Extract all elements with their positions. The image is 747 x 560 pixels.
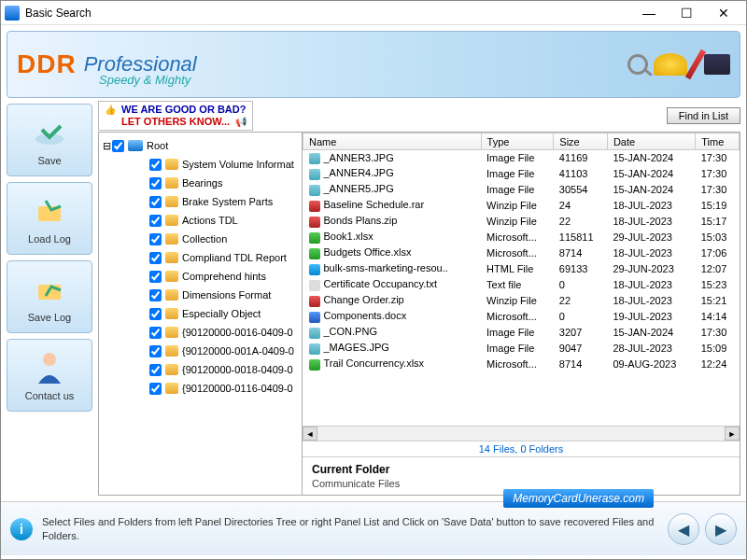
- feedback-line1: WE ARE GOOD OR BAD?: [121, 104, 246, 115]
- tree-checkbox[interactable]: [149, 159, 162, 171]
- contact-us-button[interactable]: Contact us: [7, 339, 92, 412]
- table-row[interactable]: Change Order.zipWinzip File2218-JUL-2023…: [303, 293, 740, 309]
- file-icon: [309, 328, 320, 339]
- tree-checkbox[interactable]: [149, 196, 162, 208]
- next-button[interactable]: ▶: [705, 513, 737, 545]
- tree-checkbox[interactable]: [149, 289, 162, 301]
- column-header[interactable]: Name: [303, 133, 482, 150]
- tree-checkbox[interactable]: [149, 327, 162, 339]
- minimize-button[interactable]: —: [630, 2, 668, 24]
- tree-item[interactable]: Compliand TDL Report: [103, 248, 298, 267]
- tree-item[interactable]: Dimensions Format: [103, 286, 298, 304]
- tree-checkbox[interactable]: [149, 177, 162, 189]
- tree-checkbox[interactable]: [149, 271, 162, 283]
- tree-item-label: Compliand TDL Report: [182, 252, 287, 263]
- tree-item[interactable]: {90120000-0116-0409-0: [103, 379, 298, 398]
- person-icon: [31, 349, 68, 386]
- tree-item[interactable]: Bearings: [103, 174, 298, 192]
- file-icon: [309, 185, 320, 196]
- table-row[interactable]: bulk-sms-marketing-resou..HTML File69133…: [303, 261, 740, 277]
- sidebar-item-label: Save: [37, 155, 61, 166]
- scroll-left-icon[interactable]: ◄: [303, 427, 317, 441]
- folder-save-icon: [31, 271, 68, 308]
- tree-item-label: {90120000-001A-0409-0: [182, 345, 294, 357]
- tree-item[interactable]: {90120000-0018-0409-0: [103, 360, 298, 379]
- close-button[interactable]: ✕: [705, 2, 742, 24]
- file-icon: [309, 248, 320, 259]
- tree-checkbox[interactable]: [149, 233, 162, 245]
- folder-icon: [165, 345, 178, 357]
- table-row[interactable]: _ANNER4.JPGImage File4110315-JAN-202417:…: [303, 166, 740, 182]
- tree-item[interactable]: Especially Object: [103, 304, 298, 323]
- save-button[interactable]: Save: [7, 104, 92, 176]
- tree-root[interactable]: ⊟Root: [103, 136, 298, 155]
- find-in-list-button[interactable]: Find in List: [667, 107, 740, 124]
- column-header[interactable]: Date: [607, 133, 695, 150]
- tree-checkbox[interactable]: [149, 252, 162, 264]
- tree-item-label: Dimensions Format: [182, 289, 271, 301]
- book-icon: [704, 54, 730, 75]
- brand-tagline: Speedy & Mighty: [99, 73, 190, 87]
- tree-item-label: {90120000-0016-0409-0: [182, 327, 293, 338]
- tree-checkbox[interactable]: [112, 140, 124, 152]
- scroll-right-icon[interactable]: ►: [725, 427, 740, 441]
- file-icon: [309, 280, 320, 291]
- table-row[interactable]: _ANNER5.JPGImage File3055415-JAN-202417:…: [303, 182, 740, 198]
- file-icon: [309, 296, 320, 307]
- file-table[interactable]: NameTypeSizeDateTime _ANNER3.JPGImage Fi…: [303, 133, 740, 426]
- tree-checkbox[interactable]: [149, 345, 162, 357]
- table-row[interactable]: Bonds Plans.zipWinzip File2218-JUL-20231…: [303, 214, 740, 230]
- folder-icon: [165, 252, 178, 263]
- tree-checkbox[interactable]: [149, 364, 162, 376]
- tree-item[interactable]: Brake System Parts: [103, 192, 298, 211]
- prev-button[interactable]: ◀: [668, 513, 699, 545]
- folder-icon: [165, 233, 178, 245]
- table-row[interactable]: _CON.PNGImage File320715-JAN-202417:30: [303, 325, 740, 341]
- column-header[interactable]: Size: [554, 133, 608, 150]
- tree-item[interactable]: System Volume Informat: [103, 155, 298, 174]
- table-row[interactable]: Book1.xlsxMicrosoft...11581129-JUL-20231…: [303, 230, 740, 245]
- sidebar-item-label: Save Log: [28, 312, 71, 323]
- table-row[interactable]: Components.docxMicrosoft...019-JUL-20231…: [303, 309, 740, 325]
- app-icon: [5, 6, 20, 21]
- watermark-link[interactable]: MemoryCardUnerase.com: [503, 489, 654, 508]
- table-row[interactable]: _MAGES.JPGImage File904728-JUL-202315:09: [303, 341, 740, 357]
- maximize-button[interactable]: ☐: [668, 2, 705, 24]
- column-header[interactable]: Type: [481, 133, 554, 150]
- table-row[interactable]: _ANNER3.JPGImage File4116915-JAN-202417:…: [303, 150, 740, 166]
- directory-tree[interactable]: ⊟Root System Volume InformatBearingsBrak…: [99, 133, 303, 495]
- table-row[interactable]: Budgets Office.xlsxMicrosoft...871418-JU…: [303, 245, 740, 261]
- tree-checkbox[interactable]: [149, 383, 162, 395]
- titlebar: Basic Search — ☐ ✕: [1, 1, 746, 25]
- svg-point-3: [43, 353, 56, 366]
- tree-item-label: {90120000-0018-0409-0: [182, 364, 293, 375]
- folder-icon: [165, 308, 178, 319]
- table-row[interactable]: Baseline Schedule.rarWinzip File2418-JUL…: [303, 198, 740, 214]
- banner: DDR Professional Speedy & Mighty: [7, 31, 740, 98]
- file-icon: [309, 153, 320, 164]
- file-icon: [309, 312, 320, 323]
- load-log-button[interactable]: Load Log: [7, 182, 92, 255]
- table-row[interactable]: Certificate Occupancy.txtText file018-JU…: [303, 277, 740, 293]
- tree-item[interactable]: Comprehend hints: [103, 267, 298, 286]
- tree-item[interactable]: {90120000-0016-0409-0: [103, 323, 298, 342]
- feedback-banner[interactable]: 👍 WE ARE GOOD OR BAD? LET OTHERS KNOW...…: [98, 101, 253, 131]
- folder-open-icon: [31, 192, 68, 230]
- tree-item[interactable]: Actions TDL: [103, 211, 298, 230]
- tree-item[interactable]: {90120000-001A-0409-0: [103, 342, 298, 360]
- table-row[interactable]: Trail Concurrency.xlsxMicrosoft...871409…: [303, 357, 740, 372]
- folder-icon: [165, 159, 178, 170]
- tree-item-label: {90120000-0116-0409-0: [182, 383, 293, 394]
- folder-icon: [165, 289, 178, 301]
- tree-item-label: Comprehend hints: [182, 271, 266, 282]
- horizontal-scrollbar[interactable]: ◄►: [303, 426, 740, 441]
- tree-checkbox[interactable]: [149, 308, 162, 320]
- column-header[interactable]: Time: [696, 133, 740, 150]
- folder-icon: [165, 364, 178, 375]
- tree-item[interactable]: Collection: [103, 230, 298, 248]
- tree-item-label: Brake System Parts: [182, 196, 273, 207]
- folder-icon: [165, 177, 178, 189]
- footer-message: Select Files and Folders from left Panel…: [42, 515, 662, 542]
- save-log-button[interactable]: Save Log: [7, 260, 92, 333]
- tree-checkbox[interactable]: [149, 215, 162, 227]
